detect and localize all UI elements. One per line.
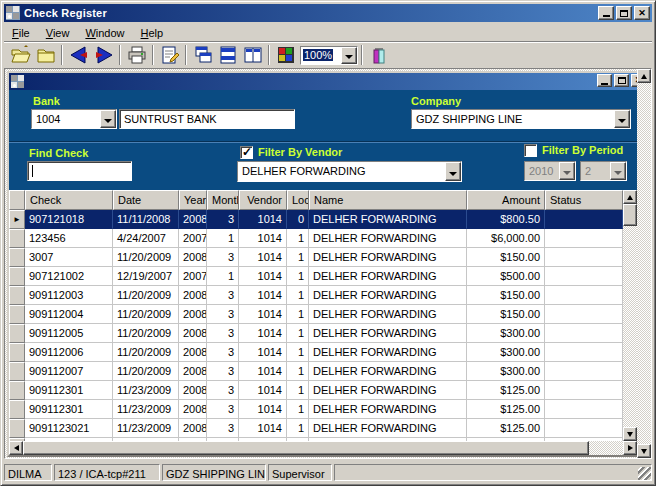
company-dropdown-button[interactable] (614, 110, 630, 128)
grid-cell[interactable]: 2008 (179, 324, 207, 343)
grid-cell[interactable]: DELHER FORWARDING (309, 419, 467, 438)
grid-cell[interactable]: 1 (287, 267, 309, 286)
bank-name-field[interactable]: SUNTRUST BANK (119, 109, 295, 129)
vendor-dropdown-button[interactable] (445, 162, 461, 181)
grid-cell[interactable] (545, 400, 623, 419)
grid-cell[interactable]: $150.00 (467, 248, 545, 267)
grid-cell[interactable]: 1 (287, 362, 309, 381)
grid-cell[interactable]: 2008 (179, 343, 207, 362)
grid-horizontal-scrollbar[interactable] (9, 441, 637, 455)
grid-row[interactable]: 90911200411/20/20092008310141DELHER FORW… (9, 305, 623, 324)
grid-cell[interactable]: 3 (207, 362, 239, 381)
grid-cell[interactable]: 11/20/2009 (113, 305, 179, 324)
vendor-select[interactable]: DELHER FORWARDING (237, 161, 462, 182)
grid-cell[interactable]: $125.00 (467, 381, 545, 400)
notes-button[interactable] (157, 44, 182, 67)
grid-cell[interactable]: 2008 (179, 210, 207, 229)
tile-horizontal-button[interactable] (215, 44, 240, 67)
grid-cell[interactable]: DELHER FORWARDING (309, 362, 467, 381)
grid-cell[interactable]: 1014 (239, 267, 287, 286)
grid-cell[interactable]: 2007 (179, 229, 207, 248)
column-header-check[interactable]: Check (25, 190, 113, 210)
row-selector[interactable] (9, 229, 25, 248)
row-selector[interactable] (9, 343, 25, 362)
grid-cell[interactable]: $300.00 (467, 343, 545, 362)
grid-cell[interactable] (545, 286, 623, 305)
grid-cell[interactable]: $150.00 (467, 305, 545, 324)
grid-cell[interactable]: DELHER FORWARDING (309, 381, 467, 400)
grid-cell[interactable]: 3 (207, 324, 239, 343)
child-title-bar[interactable]: ✕ (9, 73, 637, 90)
grid-cell[interactable] (545, 419, 623, 438)
next-button[interactable] (91, 44, 116, 67)
grid-cell[interactable]: DELHER FORWARDING (309, 343, 467, 362)
grid-cell[interactable]: 3 (207, 419, 239, 438)
column-header-vendor[interactable]: Vendor (239, 190, 287, 210)
grid-cell[interactable]: DELHER FORWARDING (309, 305, 467, 324)
column-header-year[interactable]: Year (179, 190, 207, 210)
cascade-windows-button[interactable] (190, 44, 215, 67)
color-grid-button[interactable] (273, 44, 298, 67)
close-button[interactable]: ✕ (634, 6, 650, 20)
menu-help[interactable]: Help (133, 25, 172, 41)
grid-row[interactable]: 300711/20/20092008310141DELHER FORWARDIN… (9, 248, 623, 267)
column-header-name[interactable]: Name (309, 190, 467, 210)
grid-cell[interactable]: $6,000.00 (467, 229, 545, 248)
grid-cell[interactable]: DELHER FORWARDING (309, 229, 467, 248)
grid-cell[interactable]: 1 (287, 324, 309, 343)
row-selector[interactable] (9, 381, 25, 400)
grid-cell[interactable]: 1014 (239, 248, 287, 267)
scroll-down-button[interactable] (623, 427, 637, 441)
minimize-button[interactable] (598, 6, 614, 20)
grid-cell[interactable]: 11/23/2009 (113, 400, 179, 419)
grid-cell[interactable]: 1 (207, 229, 239, 248)
grid-cell[interactable] (545, 343, 623, 362)
battery-button[interactable] (366, 44, 391, 67)
column-header-date[interactable]: Date (113, 190, 179, 210)
grid-row[interactable]: 909112302111/23/20092008310141DELHER FOR… (9, 419, 623, 438)
grid-vertical-scrollbar[interactable] (623, 190, 637, 441)
filter-by-period-toggle[interactable]: Filter By Period (524, 144, 623, 157)
grid-cell[interactable]: $500.00 (467, 267, 545, 286)
grid-row[interactable]: 90911230111/23/20092008310141DELHER FORW… (9, 400, 623, 419)
grid-cell[interactable] (545, 305, 623, 324)
grid-cell[interactable]: 2008 (179, 381, 207, 400)
grid-cell[interactable]: 1014 (239, 210, 287, 229)
grid-row[interactable]: ►90712101811/11/20082008310140DELHER FOR… (9, 210, 623, 229)
zoom-dropdown-button[interactable] (341, 47, 357, 64)
print-button[interactable] (124, 44, 149, 67)
maximize-button[interactable] (616, 6, 632, 20)
row-selector[interactable] (9, 267, 25, 286)
grid-cell[interactable]: 909112005 (25, 324, 113, 343)
filter-by-period-checkbox[interactable] (524, 144, 537, 157)
company-select[interactable]: GDZ SHIPPING LINE (411, 109, 631, 129)
grid-cell[interactable]: 11/11/2008 (113, 210, 179, 229)
grid-cell[interactable]: 11/20/2009 (113, 324, 179, 343)
grid-cell[interactable]: 909112006 (25, 343, 113, 362)
grid-cell[interactable]: 1014 (239, 400, 287, 419)
grid-row[interactable]: 90712100212/19/20072007110141DELHER FORW… (9, 267, 623, 286)
vertical-scroll-thumb[interactable] (623, 204, 637, 226)
grid-cell[interactable]: $125.00 (467, 419, 545, 438)
grid-cell[interactable]: 1 (287, 286, 309, 305)
grid-cell[interactable]: 0 (287, 210, 309, 229)
tile-vertical-button[interactable] (240, 44, 265, 67)
grid-cell[interactable]: $300.00 (467, 362, 545, 381)
filter-by-vendor-checkbox[interactable] (240, 146, 253, 159)
grid-corner-cell[interactable] (9, 190, 25, 210)
grid-cell[interactable]: 1 (287, 381, 309, 400)
grid-cell[interactable]: 909112301 (25, 400, 113, 419)
grid-cell[interactable]: 1014 (239, 286, 287, 305)
row-selector[interactable]: ► (9, 210, 25, 229)
row-selector[interactable] (9, 305, 25, 324)
grid-cell[interactable]: 1 (287, 229, 309, 248)
row-selector[interactable] (9, 400, 25, 419)
grid-row[interactable]: 90911200511/20/20092008310141DELHER FORW… (9, 324, 623, 343)
zoom-select[interactable]: 100% (300, 46, 358, 65)
column-header-month[interactable]: Month (207, 190, 239, 210)
grid-cell[interactable]: DELHER FORWARDING (309, 267, 467, 286)
grid-cell[interactable]: 2007 (179, 267, 207, 286)
mdi-vertical-scrollbar[interactable] (637, 69, 651, 458)
grid-cell[interactable]: 3 (207, 381, 239, 400)
grid-cell[interactable]: 1014 (239, 381, 287, 400)
